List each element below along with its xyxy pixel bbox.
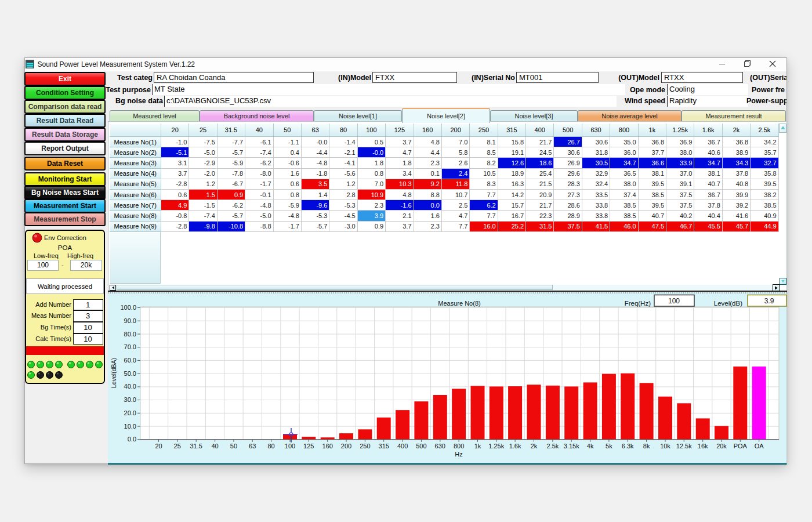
svg-text:400: 400 [397,443,408,449]
svg-text:2.5k: 2.5k [547,443,559,449]
svg-text:80.0: 80.0 [124,330,136,337]
svg-text:OA: OA [755,443,764,449]
svg-text:1k: 1k [474,443,481,449]
svg-text:2k: 2k [531,443,538,449]
svg-text:31.5: 31.5 [190,443,202,449]
svg-text:100: 100 [668,297,680,305]
svg-text:800: 800 [454,443,464,449]
svg-text:Level(dB): Level(dB) [714,299,742,306]
svg-text:250: 250 [360,443,370,449]
svg-text:Freq(Hz): Freq(Hz) [625,299,651,306]
svg-text:8k: 8k [643,443,650,449]
svg-text:3.9: 3.9 [764,297,774,305]
svg-text:100: 100 [285,443,295,449]
svg-text:0.0: 0.0 [128,436,136,443]
svg-text:60.0: 60.0 [124,356,136,363]
svg-text:50.0: 50.0 [124,369,136,376]
svg-text:40.0: 40.0 [124,383,136,390]
svg-text:40: 40 [211,443,218,449]
svg-text:20k: 20k [716,443,727,449]
svg-text:160: 160 [322,443,333,449]
svg-text:16k: 16k [698,443,708,449]
svg-text:200: 200 [341,443,351,449]
svg-text:70.0: 70.0 [124,343,136,350]
svg-text:3.15k: 3.15k [564,443,579,449]
svg-text:30.0: 30.0 [124,396,136,403]
svg-text:5k: 5k [606,443,612,449]
svg-text:63: 63 [249,443,256,449]
svg-text:1.6k: 1.6k [509,443,521,449]
svg-text:80: 80 [267,443,274,449]
svg-text:6.3k: 6.3k [622,443,634,449]
svg-text:Level(dBA): Level(dBA) [110,358,117,388]
svg-text:10k: 10k [660,443,670,449]
svg-text:Hz: Hz [455,450,462,457]
svg-text:630: 630 [435,443,445,449]
svg-text:POA: POA [734,443,748,449]
svg-text:125: 125 [303,443,314,449]
svg-text:20.0: 20.0 [124,409,136,416]
svg-text:12.5k: 12.5k [676,443,692,449]
svg-text:315: 315 [379,443,389,449]
svg-text:Measure No(8): Measure No(8) [438,299,480,306]
svg-text:20: 20 [155,443,162,449]
svg-text:90.0: 90.0 [124,317,136,324]
svg-text:50: 50 [230,443,237,449]
svg-text:25: 25 [174,443,181,449]
svg-text:10.0: 10.0 [124,422,136,429]
svg-text:1.25k: 1.25k [488,443,504,449]
svg-text:500: 500 [416,443,426,449]
svg-text:100.0: 100.0 [120,304,136,311]
svg-text:4k: 4k [587,443,594,449]
